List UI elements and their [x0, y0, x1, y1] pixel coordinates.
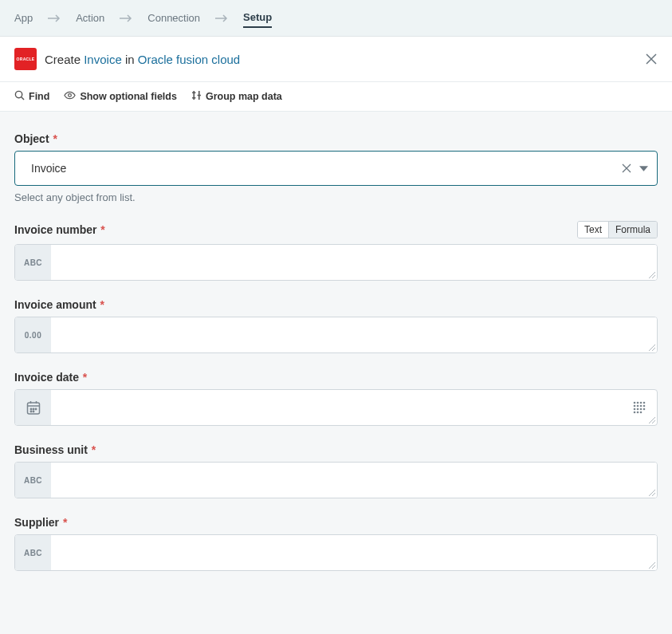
eye-icon: [64, 90, 76, 103]
svg-point-7: [33, 411, 33, 412]
breadcrumb-app[interactable]: App: [14, 9, 33, 27]
field-object: Object * Select any object from list.: [14, 132, 658, 203]
toggle-formula[interactable]: Formula: [608, 222, 657, 238]
invoice-date-label: Invoice date *: [14, 371, 87, 384]
svg-point-10: [639, 402, 642, 404]
svg-point-9: [636, 402, 639, 404]
group-map-button[interactable]: Group map data: [191, 90, 282, 103]
business-unit-input[interactable]: [51, 463, 657, 498]
setup-form: Object * Select any object from list. In…: [0, 112, 672, 604]
svg-point-14: [639, 405, 642, 408]
svg-point-5: [35, 408, 36, 409]
svg-point-1: [69, 94, 72, 97]
object-help: Select any object from list.: [14, 191, 658, 203]
text-type-icon: ABC: [15, 245, 51, 280]
group-icon: [191, 90, 202, 103]
breadcrumb-action[interactable]: Action: [76, 9, 104, 27]
clear-icon[interactable]: [622, 163, 631, 173]
supplier-label: Supplier *: [14, 516, 67, 529]
invoice-amount-label: Invoice amount *: [14, 298, 104, 311]
field-invoice-date: Invoice date *: [14, 371, 658, 426]
toggle-text[interactable]: Text: [578, 222, 608, 238]
breadcrumb-connection[interactable]: Connection: [147, 9, 200, 27]
action-title: Create Invoice in Oracle fusion cloud: [45, 53, 240, 66]
object-label: Object *: [14, 132, 57, 145]
svg-point-13: [636, 405, 639, 408]
breadcrumb-setup[interactable]: Setup: [243, 8, 272, 28]
number-type-icon: 0.00: [15, 317, 51, 352]
svg-point-19: [643, 408, 645, 411]
svg-point-15: [643, 405, 645, 408]
field-invoice-number: Invoice number * Text Formula ABC: [14, 221, 658, 281]
svg-point-12: [633, 405, 635, 408]
form-toolbar: Find Show optional fields Group map data: [0, 82, 672, 112]
invoice-number-input[interactable]: [51, 245, 657, 280]
calendar-icon: [15, 390, 51, 425]
search-icon: [14, 90, 25, 103]
arrow-right-icon: [214, 14, 229, 22]
field-supplier: Supplier * ABC: [14, 516, 658, 571]
date-picker-icon[interactable]: [621, 390, 657, 425]
svg-point-18: [639, 408, 642, 411]
app-link[interactable]: Oracle fusion cloud: [138, 53, 240, 66]
text-type-icon: ABC: [15, 463, 51, 498]
show-optional-button[interactable]: Show optional fields: [64, 90, 177, 103]
chevron-down-icon[interactable]: [639, 166, 648, 171]
svg-point-8: [633, 402, 635, 404]
supplier-input[interactable]: [51, 535, 657, 570]
find-button[interactable]: Find: [14, 90, 49, 103]
arrow-right-icon: [47, 14, 61, 22]
close-icon[interactable]: [645, 53, 658, 65]
field-invoice-amount: Invoice amount * 0.00: [14, 298, 658, 353]
svg-point-22: [639, 412, 642, 414]
object-link[interactable]: Invoice: [84, 53, 122, 66]
breadcrumb: App Action Connection Setup: [0, 0, 672, 37]
svg-point-17: [636, 408, 639, 411]
svg-point-21: [636, 412, 639, 414]
text-formula-toggle: Text Formula: [577, 221, 658, 238]
object-select[interactable]: [14, 151, 658, 186]
invoice-date-input[interactable]: [51, 390, 621, 425]
text-type-icon: ABC: [15, 535, 51, 570]
svg-point-11: [643, 402, 645, 404]
svg-point-0: [15, 91, 22, 97]
field-business-unit: Business unit * ABC: [14, 443, 658, 498]
oracle-app-icon: ORACLE: [14, 48, 37, 70]
invoice-amount-input[interactable]: [51, 317, 657, 352]
action-header: ORACLE Create Invoice in Oracle fusion c…: [0, 37, 672, 82]
svg-point-3: [30, 408, 31, 409]
svg-point-6: [30, 411, 31, 412]
business-unit-label: Business unit *: [14, 443, 96, 456]
invoice-number-label: Invoice number *: [14, 223, 105, 236]
arrow-right-icon: [119, 14, 133, 22]
svg-point-20: [633, 412, 635, 414]
svg-point-16: [633, 408, 635, 411]
svg-point-4: [33, 408, 33, 409]
